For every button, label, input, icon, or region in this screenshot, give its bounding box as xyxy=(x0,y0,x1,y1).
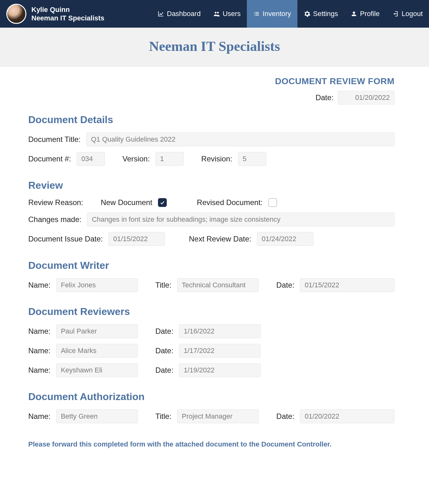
banner-title: Neeman IT Specialists xyxy=(0,28,429,67)
top-navbar: Kylie Quinn Neeman IT Specialists Dashbo… xyxy=(0,0,429,28)
changes-label: Changes made: xyxy=(28,215,81,224)
nav-label: Settings xyxy=(313,10,338,18)
auth-title-label: Title: xyxy=(155,412,171,421)
reviewer-date-field[interactable]: 1/17/2022 xyxy=(179,344,261,358)
reviewer-date-label: Date: xyxy=(155,366,173,375)
revised-doc-label: Revised Document: xyxy=(197,198,263,207)
writer-date-label: Date: xyxy=(276,281,294,290)
reviewer-date-field[interactable]: 1/19/2022 xyxy=(179,363,261,377)
chart-line-icon xyxy=(157,10,164,17)
doc-title-label: Document Title: xyxy=(28,135,81,144)
list-icon xyxy=(253,10,260,17)
user-icon xyxy=(350,10,357,17)
page-body: DOCUMENT REVIEW FORM Date: 01/20/2022 Do… xyxy=(0,67,429,467)
auth-date-field[interactable]: 01/20/2022 xyxy=(300,409,394,423)
next-review-label: Next Review Date: xyxy=(189,235,251,243)
reviewer-name-label: Name: xyxy=(28,327,51,336)
reviewer-date-label: Date: xyxy=(155,346,173,355)
new-doc-checkbox[interactable] xyxy=(158,198,167,207)
nav-inventory[interactable]: Inventory xyxy=(247,0,297,28)
nav-dashboard[interactable]: Dashboard xyxy=(151,0,207,28)
reviewer-name-label: Name: xyxy=(28,366,51,375)
writer-date-field[interactable]: 01/15/2022 xyxy=(300,278,394,292)
reviewer-name-label: Name: xyxy=(28,346,51,355)
nav-label: Logout xyxy=(402,10,423,18)
changes-field[interactable]: Changes in font size for subheadings; im… xyxy=(87,213,394,226)
doc-title-field[interactable]: Q1 Quality Guidelines 2022 xyxy=(86,133,394,146)
gear-icon xyxy=(304,10,311,17)
writer-title-field[interactable]: Technical Consultant xyxy=(177,278,259,292)
section-auth-heading: Document Authorization xyxy=(28,391,394,403)
reviewer-name-field[interactable]: Keyshawn Eli xyxy=(56,363,138,377)
reviewer-row: Name: Paul Parker Date: 1/16/2022 xyxy=(28,324,394,338)
nav-logout[interactable]: Logout xyxy=(386,0,429,28)
form-date-label: Date: xyxy=(316,93,334,102)
reviewer-row: Name: Alice Marks Date: 1/17/2022 xyxy=(28,344,394,358)
form-header: DOCUMENT REVIEW FORM Date: 01/20/2022 xyxy=(28,76,394,105)
section-details-heading: Document Details xyxy=(28,114,394,126)
writer-name-label: Name: xyxy=(28,281,51,290)
version-field[interactable]: 1 xyxy=(155,152,184,166)
writer-name-field[interactable]: Felix Jones xyxy=(56,278,138,292)
version-label: Version: xyxy=(122,154,150,163)
user-name: Kylie Quinn xyxy=(31,5,104,14)
nav-label: Users xyxy=(223,10,241,18)
reviewer-name-field[interactable]: Paul Parker xyxy=(56,324,138,338)
nav-users[interactable]: Users xyxy=(207,0,247,28)
nav-label: Dashboard xyxy=(167,10,201,18)
section-review-heading: Review xyxy=(28,180,394,191)
section-writer-heading: Document Writer xyxy=(28,260,394,271)
auth-title-field[interactable]: Project Manager xyxy=(177,409,259,423)
doc-num-field[interactable]: 034 xyxy=(77,152,105,166)
auth-name-field[interactable]: Betty Green xyxy=(56,409,138,423)
logout-icon xyxy=(392,10,399,17)
auth-name-label: Name: xyxy=(28,412,51,421)
new-doc-label: New Document xyxy=(101,198,152,207)
user-block: Kylie Quinn Neeman IT Specialists xyxy=(6,4,104,24)
doc-num-label: Document #: xyxy=(28,154,71,163)
form-title: DOCUMENT REVIEW FORM xyxy=(28,76,394,86)
user-text: Kylie Quinn Neeman IT Specialists xyxy=(31,5,104,23)
nav-label: Profile xyxy=(360,10,379,18)
nav-label: Inventory xyxy=(263,10,291,18)
user-org: Neeman IT Specialists xyxy=(31,14,104,23)
reviewer-row: Name: Keyshawn Eli Date: 1/19/2022 xyxy=(28,363,394,377)
nav: Dashboard Users Inventory Settings Profi… xyxy=(151,0,429,28)
revised-doc-checkbox[interactable] xyxy=(268,198,277,207)
next-review-field[interactable]: 01/24/2022 xyxy=(257,232,313,246)
revision-label: Revision: xyxy=(201,154,232,163)
issue-date-field[interactable]: 01/15/2022 xyxy=(108,232,165,246)
nav-profile[interactable]: Profile xyxy=(344,0,386,28)
revision-field[interactable]: 5 xyxy=(238,152,266,166)
reviewer-date-field[interactable]: 1/16/2022 xyxy=(179,324,261,338)
review-reason-label: Review Reason: xyxy=(28,198,83,207)
users-icon xyxy=(213,10,220,17)
reviewer-name-field[interactable]: Alice Marks xyxy=(56,344,138,358)
avatar[interactable] xyxy=(6,4,26,24)
nav-settings[interactable]: Settings xyxy=(297,0,345,28)
reviewer-date-label: Date: xyxy=(155,327,173,336)
auth-date-label: Date: xyxy=(276,412,294,421)
section-reviewers-heading: Document Reviewers xyxy=(28,306,394,317)
form-date-field[interactable]: 01/20/2022 xyxy=(338,91,394,105)
issue-date-label: Document Issue Date: xyxy=(28,235,103,243)
footnote: Please forward this completed form with … xyxy=(28,440,394,448)
writer-title-label: Title: xyxy=(155,281,171,290)
